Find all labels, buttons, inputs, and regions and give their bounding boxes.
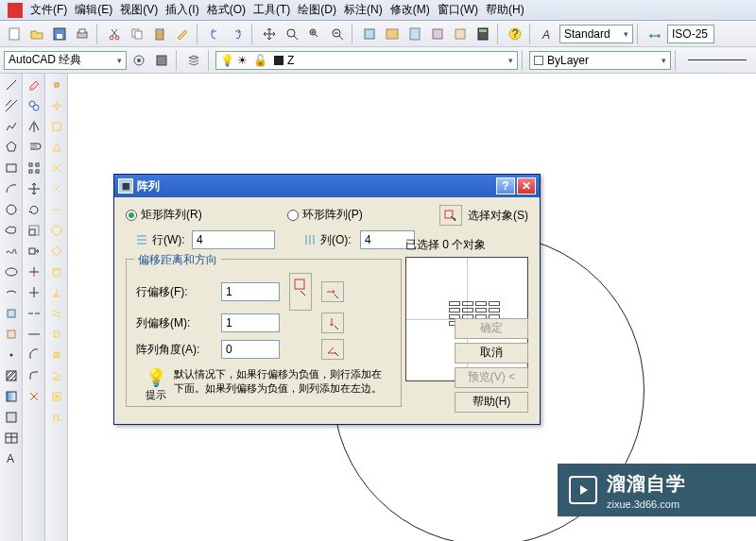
menu-draw[interactable]: 绘图(D) [298, 2, 336, 18]
arc-button[interactable] [2, 179, 21, 198]
zoom-realtime-button[interactable] [282, 24, 302, 44]
polar-array-radio[interactable]: 环形阵列(P) [287, 207, 363, 223]
snap-none-button[interactable] [47, 387, 66, 406]
region-button[interactable] [2, 408, 21, 427]
menu-file[interactable]: 文件(F) [30, 2, 67, 18]
mirror-button[interactable] [25, 117, 43, 136]
menu-view[interactable]: 视图(V) [120, 2, 158, 18]
rectangle-button[interactable] [2, 159, 21, 178]
undo-button[interactable] [204, 24, 225, 44]
row-offset-input[interactable] [221, 282, 280, 301]
stretch-button[interactable] [25, 242, 43, 261]
explode-button[interactable] [25, 387, 43, 406]
open-button[interactable] [26, 24, 47, 44]
ok-button[interactable]: 确定 [455, 318, 528, 339]
menu-help[interactable]: 帮助(H) [486, 2, 524, 18]
redo-button[interactable] [227, 24, 248, 44]
dim-style-combo[interactable]: ISO-25 [667, 25, 714, 43]
join-button[interactable] [25, 325, 43, 344]
menu-window[interactable]: 窗口(W) [438, 2, 478, 18]
snap-intersection-button[interactable] [47, 159, 66, 178]
sheet-set-button[interactable] [427, 24, 448, 44]
close-button[interactable]: ✕ [517, 178, 536, 194]
snap-tangent-button[interactable] [47, 262, 66, 281]
workspace-combo[interactable]: AutoCAD 经典▾ [4, 51, 127, 70]
snap-nearest-button[interactable] [47, 366, 66, 385]
menu-dimension[interactable]: 标注(N) [344, 2, 383, 18]
pick-angle-button[interactable] [321, 339, 344, 360]
snap-perpendicular-button[interactable] [47, 283, 66, 302]
snap-from-button[interactable] [47, 96, 66, 115]
zoom-window-button[interactable] [304, 24, 325, 44]
workspace-settings-button[interactable] [129, 50, 149, 71]
spline-button[interactable] [2, 242, 21, 261]
snap-extension-button[interactable] [47, 200, 66, 219]
layer-states-button[interactable] [183, 50, 204, 71]
print-button[interactable] [72, 24, 93, 44]
circle-button[interactable] [2, 200, 21, 219]
snap-parallel-button[interactable] [47, 304, 66, 323]
select-objects-button[interactable] [439, 205, 462, 226]
help-button[interactable]: ? [505, 24, 525, 44]
snap-apparent-button[interactable] [47, 179, 66, 198]
copy-button[interactable] [127, 24, 147, 44]
xline-button[interactable] [2, 96, 21, 115]
rotate-button[interactable] [25, 200, 43, 219]
properties-button[interactable] [359, 24, 380, 44]
polygon-button[interactable] [2, 138, 21, 157]
mtext-button[interactable]: A [2, 449, 21, 468]
break-button[interactable] [25, 304, 43, 323]
preview-button[interactable]: 预览(V) < [455, 367, 528, 388]
extend-button[interactable] [25, 283, 43, 302]
chamfer-button[interactable] [25, 346, 43, 364]
pick-col-offset-button[interactable] [321, 313, 344, 333]
menu-tools[interactable]: 工具(T) [253, 2, 290, 18]
pick-both-offsets-button[interactable] [289, 273, 312, 311]
offset-button[interactable] [25, 138, 43, 157]
ellipse-arc-button[interactable] [2, 283, 21, 302]
zoom-previous-button[interactable] [327, 24, 348, 44]
scale-button[interactable] [25, 221, 43, 240]
menu-insert[interactable]: 插入(I) [165, 2, 198, 18]
array-angle-input[interactable] [221, 340, 280, 359]
line-button[interactable] [2, 76, 21, 94]
dialog-titlebar[interactable]: ▦ 阵列 ? ✕ [114, 175, 540, 197]
snap-quadrant-button[interactable] [47, 242, 66, 261]
col-offset-input[interactable] [221, 313, 280, 332]
linetype-combo[interactable]: ByLayer ▾ [529, 51, 671, 70]
match-prop-button[interactable] [172, 24, 193, 44]
text-style-combo[interactable]: Standard▾ [559, 25, 633, 43]
text-style-icon[interactable]: A [537, 24, 558, 44]
pick-row-offset-button[interactable] [321, 281, 344, 302]
polyline-button[interactable] [2, 117, 21, 136]
layer-combo[interactable]: 💡 ☀ 🔓 Z ▾ [215, 51, 518, 70]
point-button[interactable] [2, 346, 21, 364]
insert-block-button[interactable] [2, 304, 21, 323]
rows-input[interactable] [192, 230, 275, 249]
table-button[interactable] [2, 429, 21, 448]
snap-insert-button[interactable] [47, 325, 66, 344]
temp-track-button[interactable] [47, 76, 66, 94]
fillet-button[interactable] [25, 366, 43, 385]
osnap-settings-button[interactable]: n. [47, 408, 66, 427]
workspace-save-button[interactable] [151, 50, 172, 71]
dialog-help-button[interactable]: 帮助(H) [455, 392, 528, 413]
erase-button[interactable] [25, 76, 43, 94]
markup-button[interactable] [450, 24, 471, 44]
cancel-button[interactable]: 取消 [455, 343, 528, 363]
snap-endpoint-button[interactable] [47, 117, 66, 136]
save-button[interactable] [49, 24, 70, 44]
snap-center-button[interactable] [47, 221, 66, 240]
copy-obj-button[interactable] [25, 96, 43, 115]
titlebar-help-button[interactable]: ? [496, 178, 515, 194]
gradient-button[interactable] [2, 387, 21, 406]
menu-format[interactable]: 格式(O) [207, 2, 246, 18]
pan-button[interactable] [259, 24, 280, 44]
array-button[interactable] [25, 159, 43, 178]
paste-button[interactable] [149, 24, 170, 44]
move-button[interactable] [25, 179, 43, 198]
tool-palettes-button[interactable] [404, 24, 425, 44]
menu-modify[interactable]: 修改(M) [390, 2, 430, 18]
menu-edit[interactable]: 编辑(E) [75, 2, 112, 18]
new-button[interactable] [4, 24, 25, 44]
